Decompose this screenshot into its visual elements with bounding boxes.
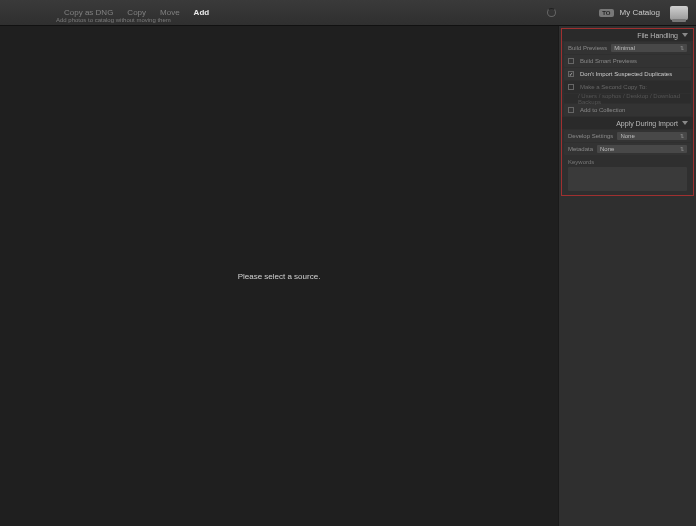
collapse-triangle-icon	[682, 33, 688, 37]
keywords-label: Keywords	[568, 159, 687, 165]
second-path-text: / Users / sophos / Desktop / Download Ba…	[578, 93, 687, 105]
second-path-row: / Users / sophos / Desktop / Download Ba…	[564, 94, 691, 103]
mode-move[interactable]: Move	[160, 8, 180, 17]
build-smart-checkbox[interactable]	[568, 58, 574, 64]
dropdown-arrows-icon: ⇅	[680, 146, 684, 152]
metadata-value: None	[600, 146, 614, 152]
main-area: Please select a source. File Handling Bu…	[0, 26, 696, 526]
to-badge: TO	[599, 9, 613, 17]
develop-settings-row: Develop Settings None ⇅	[564, 130, 691, 142]
make-second-row[interactable]: Make a Second Copy To:	[564, 81, 691, 93]
file-handling-header[interactable]: File Handling	[562, 29, 693, 41]
build-previews-label: Build Previews	[568, 45, 607, 51]
mode-add[interactable]: Add	[194, 8, 210, 17]
collapse-triangle-icon	[682, 121, 688, 125]
destination-group: TO My Catalog	[599, 6, 688, 20]
keywords-input[interactable]	[568, 167, 687, 191]
develop-settings-dropdown[interactable]: None ⇅	[617, 132, 687, 140]
preview-area: Please select a source.	[0, 26, 558, 526]
right-sidepanel: File Handling Build Previews Minimal ⇅ B…	[558, 26, 696, 526]
highlighted-panels: File Handling Build Previews Minimal ⇅ B…	[561, 28, 694, 196]
build-previews-value: Minimal	[614, 45, 635, 51]
mode-subtitle: Add photos to catalog without moving the…	[56, 17, 171, 23]
hard-drive-icon[interactable]	[670, 6, 688, 20]
develop-settings-value: None	[620, 133, 634, 139]
dont-import-checkbox[interactable]	[568, 71, 574, 77]
keywords-area: Keywords	[564, 157, 691, 193]
preview-message: Please select a source.	[238, 272, 321, 281]
metadata-row: Metadata None ⇅	[564, 143, 691, 155]
make-second-checkbox[interactable]	[568, 84, 574, 90]
mode-copy-dng[interactable]: Copy as DNG	[64, 8, 113, 17]
add-collection-label: Add to Collection	[580, 107, 625, 113]
build-previews-row: Build Previews Minimal ⇅	[564, 42, 691, 54]
dont-import-row[interactable]: Don't Import Suspected Duplicates	[564, 68, 691, 80]
loading-spinner-icon	[547, 8, 556, 17]
catalog-label[interactable]: My Catalog	[620, 8, 660, 17]
dropdown-arrows-icon: ⇅	[680, 133, 684, 139]
file-handling-title: File Handling	[637, 32, 678, 39]
top-toolbar: Copy as DNG Copy Move Add Add photos to …	[0, 0, 696, 26]
build-smart-row[interactable]: Build Smart Previews	[564, 55, 691, 67]
dropdown-arrows-icon: ⇅	[680, 45, 684, 51]
add-collection-checkbox[interactable]	[568, 107, 574, 113]
mode-copy[interactable]: Copy	[127, 8, 146, 17]
apply-during-title: Apply During Import	[616, 120, 678, 127]
apply-during-header[interactable]: Apply During Import	[562, 117, 693, 129]
import-mode-tabs: Copy as DNG Copy Move Add	[64, 8, 209, 17]
build-previews-dropdown[interactable]: Minimal ⇅	[611, 44, 687, 52]
add-collection-row[interactable]: Add to Collection	[564, 104, 691, 116]
develop-settings-label: Develop Settings	[568, 133, 613, 139]
build-smart-label: Build Smart Previews	[580, 58, 637, 64]
dont-import-label: Don't Import Suspected Duplicates	[580, 71, 672, 77]
metadata-label: Metadata	[568, 146, 593, 152]
metadata-dropdown[interactable]: None ⇅	[597, 145, 687, 153]
make-second-label: Make a Second Copy To:	[580, 84, 647, 90]
